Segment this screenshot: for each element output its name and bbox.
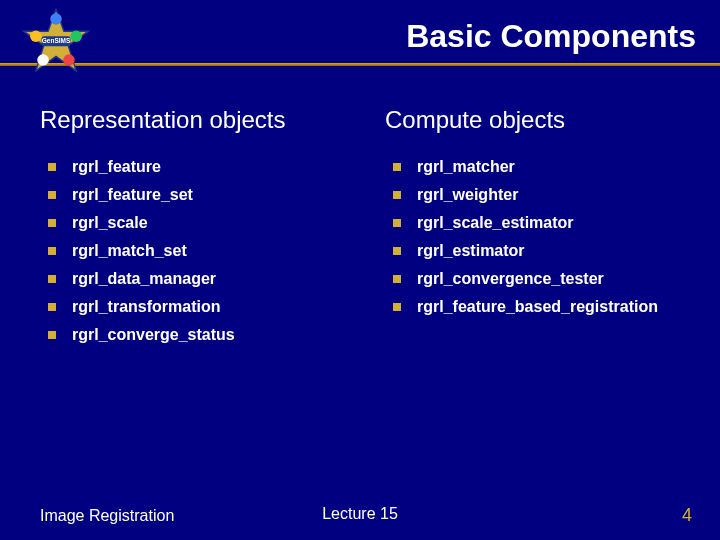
bullet-icon xyxy=(48,219,56,227)
item-label: rgrl_converge_status xyxy=(72,326,235,344)
bullet-icon xyxy=(393,247,401,255)
item-label: rgrl_feature xyxy=(72,158,161,176)
bullet-icon xyxy=(393,163,401,171)
list-item: rgrl_feature_based_registration xyxy=(393,298,680,316)
compute-list: rgrl_matcher rgrl_weighter rgrl_scale_es… xyxy=(385,158,680,316)
item-label: rgrl_feature_based_registration xyxy=(417,298,658,316)
list-item: rgrl_transformation xyxy=(48,298,335,316)
svg-point-5 xyxy=(30,30,42,42)
list-item: rgrl_converge_status xyxy=(48,326,335,344)
bullet-icon xyxy=(393,303,401,311)
slide-header: Basic Components xyxy=(0,0,720,63)
bullet-icon xyxy=(48,275,56,283)
representation-list: rgrl_feature rgrl_feature_set rgrl_scale… xyxy=(40,158,335,344)
item-label: rgrl_matcher xyxy=(417,158,515,176)
list-item: rgrl_matcher xyxy=(393,158,680,176)
item-label: rgrl_scale_estimator xyxy=(417,214,574,232)
item-label: rgrl_weighter xyxy=(417,186,518,204)
column-heading: Representation objects xyxy=(40,106,335,134)
gensims-logo: GenSIMS xyxy=(20,6,92,78)
bullet-icon xyxy=(393,219,401,227)
bullet-icon xyxy=(48,163,56,171)
representation-column: Representation objects rgrl_feature rgrl… xyxy=(40,106,335,354)
bullet-icon xyxy=(48,331,56,339)
slide-footer: Image Registration Lecture 15 4 xyxy=(0,505,720,526)
item-label: rgrl_match_set xyxy=(72,242,187,260)
item-label: rgrl_feature_set xyxy=(72,186,193,204)
bullet-icon xyxy=(48,303,56,311)
footer-center-text: Lecture 15 xyxy=(322,505,398,523)
list-item: rgrl_feature xyxy=(48,158,335,176)
list-item: rgrl_weighter xyxy=(393,186,680,204)
list-item: rgrl_data_manager xyxy=(48,270,335,288)
slide-body: Representation objects rgrl_feature rgrl… xyxy=(0,66,720,354)
list-item: rgrl_feature_set xyxy=(48,186,335,204)
item-label: rgrl_estimator xyxy=(417,242,525,260)
item-label: rgrl_transformation xyxy=(72,298,220,316)
list-item: rgrl_match_set xyxy=(48,242,335,260)
list-item: rgrl_estimator xyxy=(393,242,680,260)
item-label: rgrl_data_manager xyxy=(72,270,216,288)
bullet-icon xyxy=(48,247,56,255)
bullet-icon xyxy=(393,275,401,283)
footer-left-text: Image Registration xyxy=(40,507,174,525)
bullet-icon xyxy=(48,191,56,199)
svg-point-2 xyxy=(70,30,82,42)
column-heading: Compute objects xyxy=(385,106,680,134)
list-item: rgrl_convergence_tester xyxy=(393,270,680,288)
list-item: rgrl_scale xyxy=(48,214,335,232)
list-item: rgrl_scale_estimator xyxy=(393,214,680,232)
slide-number: 4 xyxy=(682,505,692,526)
svg-text:GenSIMS: GenSIMS xyxy=(42,37,71,44)
compute-column: Compute objects rgrl_matcher rgrl_weight… xyxy=(385,106,680,354)
svg-point-1 xyxy=(50,13,62,25)
item-label: rgrl_convergence_tester xyxy=(417,270,604,288)
star-logo-icon: GenSIMS xyxy=(20,6,92,78)
bullet-icon xyxy=(393,191,401,199)
svg-point-3 xyxy=(63,54,75,66)
slide-title: Basic Components xyxy=(24,18,696,55)
item-label: rgrl_scale xyxy=(72,214,148,232)
svg-point-4 xyxy=(37,54,49,66)
